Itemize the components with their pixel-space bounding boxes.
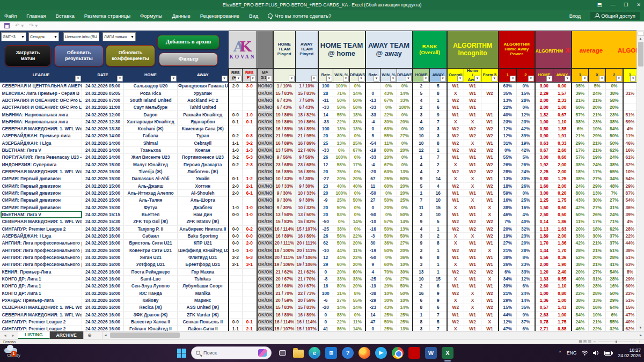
cell[interactable]: 0% — [517, 104, 535, 111]
cell[interactable]: 24.02.2026 15:00 — [82, 182, 124, 189]
cell[interactable]: 1,44 — [535, 247, 553, 254]
cell[interactable]: СИНГАПУР: Premier League 2 — [1, 225, 82, 232]
cell[interactable]: 50% — [397, 290, 413, 297]
wifi-icon[interactable] — [581, 350, 588, 356]
cell[interactable]: 5% — [517, 154, 535, 161]
cell[interactable]: 1,75 — [553, 197, 572, 204]
cell[interactable]: 29% — [589, 132, 606, 139]
cell[interactable]: 9% — [517, 311, 535, 318]
cell[interactable]: -50 — [318, 218, 333, 225]
cell[interactable]: 5 — [430, 218, 447, 225]
cell[interactable]: X — [447, 232, 464, 239]
cell[interactable]: 24% — [517, 168, 535, 175]
cell[interactable]: 26 — [318, 232, 333, 239]
cell[interactable]: 37% — [606, 240, 623, 247]
cell[interactable]: -38 — [365, 290, 380, 297]
cell[interactable] — [229, 168, 243, 175]
cell[interactable]: СЕВЕРНАЯ МАКЕДОНИЯ: 1. WFL Wome — [1, 218, 82, 225]
cell[interactable] — [229, 268, 243, 275]
cell[interactable]: 0,90 — [535, 132, 553, 139]
cell[interactable] — [243, 311, 257, 318]
scroll-up-icon[interactable]: ▲ — [638, 36, 644, 42]
ribbon-tab-разметка страницы[interactable]: Разметка страницы — [84, 13, 130, 19]
cell[interactable]: 40% — [572, 275, 589, 282]
cell[interactable] — [623, 83, 636, 90]
cell[interactable]: 24.02.2026 16:00 — [82, 311, 124, 318]
cell[interactable]: W2 — [464, 132, 481, 139]
cell[interactable]: 22% — [623, 232, 636, 239]
cell[interactable]: Tanjong P. II — [124, 225, 178, 232]
cell[interactable]: OK/OK — [257, 218, 273, 225]
cell[interactable]: 24.02.2026 15:00 — [82, 161, 124, 168]
cell[interactable]: -33 — [365, 104, 380, 111]
filter-icon[interactable]: ▼ — [390, 76, 396, 82]
cell[interactable]: 24.02.2026 14:00 — [82, 154, 124, 161]
cell[interactable]: W1 — [481, 326, 499, 331]
cell[interactable]: 2-1 — [243, 326, 257, 331]
cell[interactable]: 11% — [623, 132, 636, 139]
cell[interactable]: 21% — [589, 261, 606, 268]
cell[interactable]: W1 — [481, 254, 499, 261]
cell[interactable]: NO/NO — [257, 83, 273, 90]
cell[interactable]: 24.02.2026 16:00 — [82, 232, 124, 239]
cell[interactable]: 5-3 — [243, 254, 257, 261]
cell[interactable]: 21% — [572, 132, 589, 139]
cell[interactable]: 20% — [606, 104, 623, 111]
cell[interactable]: 0% — [350, 311, 365, 318]
cell[interactable]: ZFK Top Gol (Ж) — [124, 218, 178, 225]
cell[interactable]: 15% — [517, 90, 535, 97]
cell[interactable]: 38% — [572, 297, 589, 304]
cell[interactable]: 10 — [430, 197, 447, 204]
cell[interactable]: 24.02.2026 15:00 — [82, 175, 124, 182]
cell[interactable]: Сен-Элуа Лупопо — [124, 283, 178, 290]
cell[interactable]: Альбирекс Ниигата II — [178, 225, 229, 232]
cell[interactable]: 26% — [589, 211, 606, 218]
cell[interactable] — [481, 104, 499, 111]
cell[interactable]: 10% — [397, 297, 413, 304]
cell[interactable]: 8 — [430, 240, 447, 247]
cell[interactable]: 19 / 86% — [296, 118, 318, 125]
ribbon-tab-вид[interactable]: Вид — [249, 13, 258, 19]
cell[interactable]: 16 / 89% — [296, 168, 318, 175]
cell[interactable]: 46% — [499, 211, 517, 218]
cell[interactable]: 14% — [350, 304, 365, 311]
cell[interactable]: 24.02.2026 16:00 — [82, 304, 124, 311]
cell[interactable]: 16 / 114% — [273, 225, 296, 232]
cell[interactable]: Shimal — [124, 139, 178, 146]
cell[interactable]: 3-0 — [243, 83, 257, 90]
weather-widget[interactable]: 1 0°C Cloudy — [0, 348, 177, 358]
cell[interactable]: 80% — [333, 283, 350, 290]
filter-icon[interactable]: ▼ — [311, 76, 317, 82]
cell[interactable]: 15 / 83% — [273, 90, 296, 97]
cell[interactable]: X — [464, 139, 481, 146]
cell[interactable]: 20% — [350, 240, 365, 247]
cell[interactable]: Saint-Luc — [124, 275, 178, 282]
tab-archive[interactable]: ARCHIVE — [50, 331, 84, 339]
cell[interactable]: 38% — [572, 118, 589, 125]
cell[interactable]: 5 — [430, 83, 447, 90]
cell[interactable]: 20 — [318, 211, 333, 218]
cell[interactable]: 1-0 — [243, 204, 257, 211]
cell[interactable]: 13% — [333, 125, 350, 132]
cell[interactable]: Уруапан — [178, 90, 229, 97]
cell[interactable]: 38% — [572, 161, 589, 168]
cell[interactable]: 4% — [623, 125, 636, 132]
cell[interactable] — [243, 90, 257, 97]
cell[interactable]: 88% — [333, 311, 350, 318]
cell[interactable]: 6-1 — [243, 189, 257, 196]
cell[interactable]: 56% — [333, 232, 350, 239]
cell[interactable]: 1,70 — [553, 247, 572, 254]
cell[interactable]: 1,13 — [535, 225, 553, 232]
cell[interactable]: X — [447, 261, 464, 268]
cell[interactable] — [243, 283, 257, 290]
cell[interactable]: 22% — [572, 290, 589, 297]
cell[interactable] — [481, 83, 499, 90]
cell[interactable]: 24.02.2026 15:30 — [82, 225, 124, 232]
cell[interactable]: 0-3 — [243, 132, 257, 139]
cell[interactable]: W1 — [447, 197, 464, 204]
cell[interactable]: 20% — [333, 268, 350, 275]
cell[interactable]: 21 / 70% — [296, 275, 318, 282]
cell[interactable]: 21% — [589, 146, 606, 153]
cell[interactable]: 3 — [430, 125, 447, 132]
cell[interactable]: 13% — [397, 225, 413, 232]
